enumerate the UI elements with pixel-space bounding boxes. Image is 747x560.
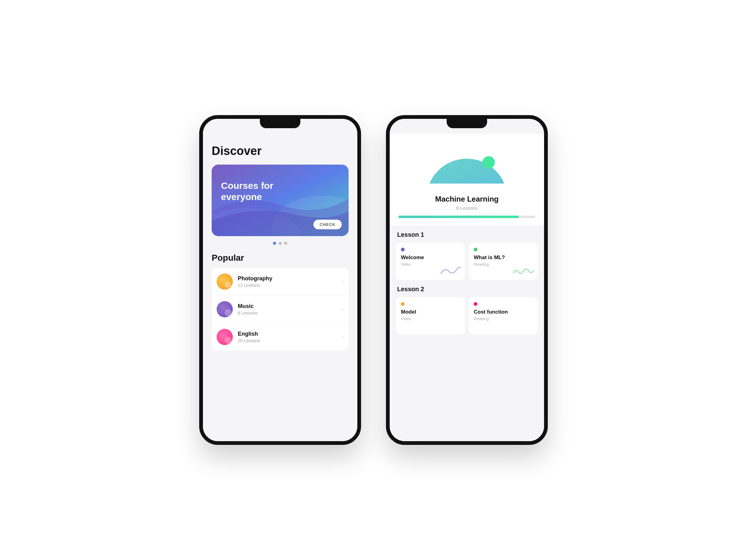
dot-orange-icon <box>401 302 405 306</box>
list-item[interactable]: Cost function Reading <box>469 297 538 335</box>
lesson-2-section: Lesson 2 Model Video Cost function Readi… <box>390 286 544 335</box>
progress-bar <box>398 216 535 218</box>
chevron-right-icon: › <box>342 306 344 313</box>
dot-pink-icon <box>474 302 478 306</box>
course-name: Music <box>238 303 337 310</box>
card-type: Video <box>401 316 460 321</box>
card-type: Reading <box>474 316 533 321</box>
banner-text: Courses for everyone <box>221 180 273 203</box>
ml-illustration <box>427 140 507 190</box>
ml-screen: Machine Learning 8 Lessons Lesson 1 Welc… <box>390 119 544 441</box>
right-phone: Machine Learning 8 Lessons Lesson 1 Welc… <box>386 115 548 445</box>
course-lessons: 20 Lessons <box>238 338 337 343</box>
progress-fill <box>398 216 519 218</box>
course-lessons: 8 Lessons <box>238 311 337 316</box>
chevron-right-icon: › <box>342 278 344 285</box>
dot-purple-icon <box>401 248 405 251</box>
card-title: What is ML? <box>474 255 533 261</box>
wave-illustration <box>440 264 462 277</box>
ml-lessons-count: 8 Lessons <box>456 205 478 211</box>
course-name: Photography <box>238 275 337 282</box>
lesson-1-section: Lesson 1 Welcome Video What is ML? Rea <box>390 231 544 280</box>
course-info: Photography 12 Lessons <box>238 275 337 288</box>
dot-2[interactable] <box>279 242 282 245</box>
dot-1[interactable] <box>273 242 276 245</box>
english-icon <box>216 329 233 345</box>
list-item[interactable]: Model Video <box>396 297 465 335</box>
course-info: English 20 Lessons <box>238 331 337 343</box>
left-phone: Discover <box>199 115 361 445</box>
chevron-right-icon: › <box>342 334 344 340</box>
lesson-1-title: Lesson 1 <box>396 231 538 238</box>
lesson-1-cards: Welcome Video What is ML? Reading <box>396 243 538 280</box>
list-item[interactable]: Photography 12 Lessons › <box>212 268 349 296</box>
photography-icon <box>216 273 233 290</box>
banner-dots <box>212 242 349 245</box>
course-name: English <box>238 331 337 337</box>
popular-title: Popular <box>212 253 349 263</box>
dot-green-icon <box>474 248 478 251</box>
ml-header: Machine Learning 8 Lessons <box>390 134 544 225</box>
card-title: Model <box>401 309 460 315</box>
music-icon <box>216 301 233 317</box>
zigzag-illustration <box>513 264 535 277</box>
course-lessons: 12 Lessons <box>238 283 337 288</box>
course-info: Music 8 Lessons <box>238 303 337 316</box>
lesson-2-title: Lesson 2 <box>396 286 538 293</box>
svg-point-3 <box>483 156 495 169</box>
card-title: Welcome <box>401 255 460 261</box>
list-item[interactable]: Welcome Video <box>396 243 465 280</box>
course-list: Photography 12 Lessons › Music 8 Lessons… <box>212 268 349 351</box>
list-item[interactable]: English 20 Lessons › <box>212 323 349 351</box>
ml-course-title: Machine Learning <box>435 195 499 204</box>
dot-3[interactable] <box>284 242 287 245</box>
courses-banner[interactable]: Courses for everyone CHECK <box>212 165 349 236</box>
lesson-2-cards: Model Video Cost function Reading <box>396 297 538 335</box>
list-item[interactable]: What is ML? Reading <box>469 243 538 280</box>
card-title: Cost function <box>474 309 533 315</box>
discover-screen: Discover <box>203 119 357 441</box>
discover-title: Discover <box>212 144 349 158</box>
check-button[interactable]: CHECK <box>313 220 342 229</box>
list-item[interactable]: Music 8 Lessons › <box>212 296 349 323</box>
